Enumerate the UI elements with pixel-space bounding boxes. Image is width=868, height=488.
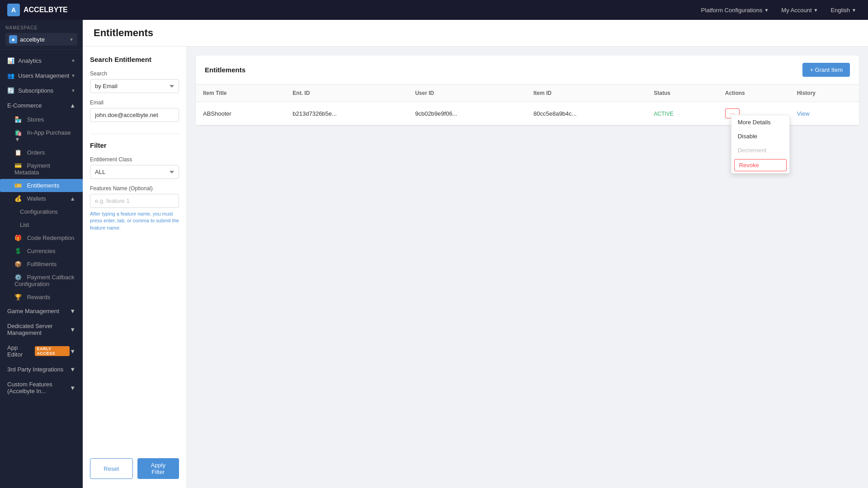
cell-ent-id: b213d7326b5e... xyxy=(285,102,408,125)
payment-meta-icon: 💳 xyxy=(14,162,22,169)
namespace-chevron-icon: ▼ xyxy=(69,37,74,42)
my-account-chevron-icon: ▼ xyxy=(814,8,818,13)
sidebar-item-3rd-party[interactable]: 3rd Party Integrations ▼ xyxy=(0,362,83,377)
status-badge: ACTIVE xyxy=(654,111,673,117)
table-card: Entitlements + Grant Item Item Title Ent… xyxy=(196,56,859,125)
namespace-section: NAMESPACE ■ accelbyte ▼ xyxy=(0,20,83,50)
entitlements-table: Item Title Ent. ID User ID Item ID Statu… xyxy=(196,84,859,125)
brand: A ACCELBYTE xyxy=(7,4,68,16)
language-dropdown[interactable]: English ▼ xyxy=(826,5,861,15)
page-title: Entitlements xyxy=(94,27,857,39)
content-body: Search Entitlement Search by Email by Us… xyxy=(83,47,868,488)
table-header: Item Title Ent. ID User ID Item ID Statu… xyxy=(196,84,859,102)
orders-icon: 📋 xyxy=(14,149,22,156)
col-history: History xyxy=(790,84,859,102)
sidebar-item-payment-metadata[interactable]: 💳 Payment Metadata xyxy=(0,159,83,179)
filter-section-title: Filter xyxy=(90,141,179,149)
namespace-selector[interactable]: ■ accelbyte ▼ xyxy=(5,33,77,46)
col-user-id: User ID xyxy=(408,84,526,102)
dedicated-server-chevron-icon: ▼ xyxy=(70,326,75,333)
analytics-icon: 📊 xyxy=(7,57,14,64)
rewards-icon: 🏆 xyxy=(14,294,22,300)
in-app-chevron-icon: ▼ xyxy=(14,136,20,143)
users-icon: 👥 xyxy=(7,72,14,79)
ecommerce-chevron-icon: ▲ xyxy=(70,102,75,109)
cell-status: ACTIVE xyxy=(646,102,717,125)
sidebar-item-wallets[interactable]: 💰 Wallets ▲ xyxy=(0,192,83,205)
table-body: ABShooter b213d7326b5e... 9cb02b9e9f06..… xyxy=(196,102,859,125)
sidebar-item-ecommerce[interactable]: E-Commerce ▲ xyxy=(0,98,83,113)
more-details-item[interactable]: More Details xyxy=(731,115,789,129)
filter-divider xyxy=(90,134,179,134)
col-ent-id: Ent. ID xyxy=(285,84,408,102)
cell-item-id: 80cc5e8a9b4c... xyxy=(526,102,646,125)
revoke-item[interactable]: Revoke xyxy=(734,159,787,171)
custom-features-chevron-icon: ▼ xyxy=(70,385,75,391)
search-select[interactable]: by Email by User ID by Item ID xyxy=(90,79,179,93)
analytics-chevron-icon: ▼ xyxy=(71,58,75,63)
code-redemption-icon: 🎁 xyxy=(14,235,22,241)
col-item-id: Item ID xyxy=(526,84,646,102)
sidebar-item-fulfillments[interactable]: 📦 Fulfillments xyxy=(0,258,83,271)
fulfillments-icon: 📦 xyxy=(14,261,22,267)
grant-item-button[interactable]: + Grant Item xyxy=(802,63,850,77)
sidebar-item-code-redemption[interactable]: 🎁 Code Redemption xyxy=(0,231,83,244)
sidebar-item-custom-features[interactable]: Custom Features (Accelbyte In... ▼ xyxy=(0,377,83,399)
3rd-party-chevron-icon: ▼ xyxy=(70,366,75,373)
email-label: Email xyxy=(90,99,179,106)
sidebar-item-in-app-purchase[interactable]: 🛍️ In-App Purchase ▼ xyxy=(0,126,83,146)
wallets-chevron-icon: ▲ xyxy=(70,195,75,202)
disable-item[interactable]: Disable xyxy=(731,129,789,143)
search-section-title: Search Entitlement xyxy=(90,56,179,63)
entitlements-icon: 🎫 xyxy=(14,182,22,189)
sidebar-item-stores[interactable]: 🏪 Stores xyxy=(0,113,83,126)
cell-history: View xyxy=(790,102,859,125)
language-chevron-icon: ▼ xyxy=(852,8,856,13)
sidebar-item-rewards[interactable]: 🏆 Rewards xyxy=(0,291,83,304)
app-editor-chevron-icon: ▼ xyxy=(70,348,75,355)
features-label: Features Name (Optional) xyxy=(90,185,179,192)
apply-filter-button[interactable]: Apply Filter xyxy=(137,458,179,479)
game-mgmt-chevron-icon: ▼ xyxy=(70,308,75,314)
table-panel: Entitlements + Grant Item Item Title Ent… xyxy=(187,47,868,488)
cell-item-title: ABShooter xyxy=(196,102,285,125)
navbar-right: Platform Configurations ▼ My Account ▼ E… xyxy=(697,5,861,15)
sidebar-item-analytics[interactable]: 📊 Analytics ▼ xyxy=(0,53,83,68)
actions-dropdown-menu: More Details Disable Decrement Revoke xyxy=(731,115,790,174)
entitlement-class-select[interactable]: ALL APP ENTITLEMENT CODE MEDIA SUBSCRIPT… xyxy=(90,165,179,179)
namespace-name: accelbyte xyxy=(20,36,66,43)
sidebar-item-users-management[interactable]: 👥 Users Management ▼ xyxy=(0,68,83,83)
decrement-item: Decrement xyxy=(731,143,789,157)
brand-name: ACCELBYTE xyxy=(24,6,68,14)
actions-cell: ··· More Details Disable Decrement Revok… xyxy=(718,102,790,125)
sidebar-item-subscriptions[interactable]: 🔄 Subscriptions ▼ xyxy=(0,83,83,98)
col-item-title: Item Title xyxy=(196,84,285,102)
brand-icon: A xyxy=(7,4,20,16)
filter-actions: Reset Apply Filter xyxy=(90,451,179,479)
sidebar-item-orders[interactable]: 📋 Orders xyxy=(0,146,83,159)
cell-user-id: 9cb02b9e9f06... xyxy=(408,102,526,125)
sidebar-item-app-editor[interactable]: App Editor EARLY ACCESS ▼ xyxy=(0,340,83,362)
sidebar-item-game-management[interactable]: Game Management ▼ xyxy=(0,304,83,319)
features-input[interactable] xyxy=(90,194,179,208)
sidebar-item-wallet-configurations[interactable]: Configurations xyxy=(0,205,83,218)
navbar: A ACCELBYTE Platform Configurations ▼ My… xyxy=(0,0,868,20)
email-input[interactable] xyxy=(90,108,179,122)
payment-callback-icon: ⚙️ xyxy=(14,274,22,281)
subscriptions-chevron-icon: ▼ xyxy=(71,88,75,93)
my-account-dropdown[interactable]: My Account ▼ xyxy=(777,5,822,15)
sidebar-item-payment-callback[interactable]: ⚙️ Payment Callback Configuration xyxy=(0,271,83,291)
platform-config-dropdown[interactable]: Platform Configurations ▼ xyxy=(697,5,774,15)
features-hint: After typing a feature name, you must pr… xyxy=(90,211,179,231)
main-content: Entitlements Search Entitlement Search b… xyxy=(83,20,868,488)
sidebar-item-wallet-list[interactable]: List xyxy=(0,218,83,231)
reset-button[interactable]: Reset xyxy=(90,458,133,479)
col-actions: Actions xyxy=(718,84,790,102)
view-link[interactable]: View xyxy=(797,110,810,117)
sidebar: NAMESPACE ■ accelbyte ▼ 📊 Analytics ▼ 👥 … xyxy=(0,20,83,488)
sidebar-item-currencies[interactable]: 💲 Currencies xyxy=(0,244,83,258)
sidebar-item-entitlements[interactable]: 🎫 Entitlements xyxy=(0,179,83,192)
sidebar-item-dedicated-server[interactable]: Dedicated Server Management ▼ xyxy=(0,319,83,340)
col-status: Status xyxy=(646,84,717,102)
wallets-icon: 💰 xyxy=(14,195,22,202)
